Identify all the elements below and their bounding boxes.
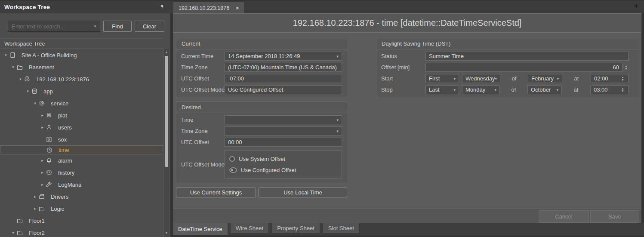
- tree-item-app[interactable]: ▾app: [0, 85, 163, 97]
- use-current-settings-button[interactable]: Use Current Settings: [176, 188, 256, 197]
- tree-item-plat[interactable]: ▸plat: [0, 109, 163, 121]
- tree-item-sox[interactable]: Ssox: [0, 133, 163, 145]
- collapse-arrow-icon[interactable]: ▸: [32, 206, 38, 211]
- dst-start-ordinal-select[interactable]: First ▾: [425, 74, 459, 83]
- desired-time-dropdown[interactable]: ▾: [225, 115, 342, 124]
- close-icon[interactable]: ×: [236, 5, 239, 11]
- dst-group: Daylight Saving Time (DST) Status Summer…: [376, 38, 640, 98]
- tree-item-label: 192.168.10.223:1876: [34, 73, 163, 85]
- tree-item-logmana[interactable]: ▸LogMana: [0, 179, 163, 191]
- drivers-icon: [38, 193, 46, 200]
- dst-start-time-input[interactable]: 02:00 ▲▼: [591, 74, 629, 83]
- tree-item-floor1[interactable]: Floor1: [0, 215, 163, 227]
- spinner-up-down-icon[interactable]: ▲▼: [624, 65, 629, 70]
- collapse-arrow-icon[interactable]: ▸: [39, 170, 46, 175]
- bottom-tab-slot-sheet[interactable]: Slot Sheet: [323, 223, 360, 234]
- scrollbar-thumb[interactable]: [165, 56, 168, 167]
- collapse-arrow-icon[interactable]: ▸: [39, 113, 46, 117]
- folder-icon: [38, 205, 46, 212]
- cancel-button[interactable]: Cancel: [539, 210, 589, 223]
- dst-offset-value: 60: [613, 64, 619, 71]
- tree-item-logic[interactable]: ▸Logic: [0, 203, 163, 215]
- collapse-arrow-icon[interactable]: ▸: [39, 125, 46, 129]
- desired-timezone-row: Time Zone ▾: [181, 126, 342, 135]
- radio-use-system-offset[interactable]: Use System Offset: [229, 154, 337, 164]
- dst-start-month-select[interactable]: February ▾: [528, 74, 562, 83]
- device-icon: [24, 76, 31, 83]
- tree-item-alarm[interactable]: ▸alarm: [0, 154, 163, 166]
- bottom-tab-wire-sheet[interactable]: Wire Sheet: [230, 223, 269, 234]
- folder-icon: [16, 217, 24, 224]
- tree-item-floor2[interactable]: ▾Floor2: [0, 227, 163, 237]
- chevron-down-icon[interactable]: ▾: [90, 24, 100, 28]
- desired-timezone-dropdown[interactable]: ▾: [225, 126, 342, 135]
- tree-item-site-a-office-building[interactable]: ▾Site A - Office Building: [0, 49, 163, 61]
- spinner-up-down-icon[interactable]: ▲▼: [620, 87, 625, 92]
- bottom-tab-property-sheet[interactable]: Property Sheet: [271, 223, 320, 234]
- current-time-value: 14 September 2018 11:26:49: [228, 53, 300, 59]
- folder-icon: [16, 229, 24, 236]
- dst-stop-time-input[interactable]: 03:00 ▲▼: [590, 85, 629, 94]
- search-input-wrapper[interactable]: ▾: [8, 21, 100, 32]
- dst-stop-ordinal-select[interactable]: Last ▾: [425, 85, 459, 94]
- expand-arrow-icon[interactable]: ▾: [10, 231, 16, 235]
- expand-arrow-icon[interactable]: ▾: [25, 89, 31, 93]
- bottom-tab-datetime-service[interactable]: DateTime Service: [173, 223, 228, 235]
- pin-icon[interactable]: [158, 3, 166, 11]
- tree-item-label: LogMana: [55, 179, 163, 191]
- tree-item-label: alarm: [55, 154, 163, 166]
- tree-item-time[interactable]: time: [0, 145, 163, 154]
- desired-utc-offset-label: UTC Offset: [181, 139, 225, 145]
- dst-stop-weekday-select[interactable]: Monday ▾: [462, 85, 500, 94]
- spinner-up-down-icon[interactable]: ▲▼: [620, 76, 625, 81]
- gear-icon: [38, 100, 46, 107]
- save-button[interactable]: Save: [590, 210, 639, 223]
- dst-start-row: Start First ▾ Wednesday ▾ of February ▾ …: [381, 74, 629, 83]
- chip-icon: [46, 112, 53, 119]
- tree-scrollbar[interactable]: ▲ ▼: [163, 49, 169, 237]
- expand-arrow-icon[interactable]: ▾: [10, 65, 16, 69]
- tree-item-history[interactable]: ▸history: [0, 166, 163, 179]
- tree-item-service[interactable]: ▾service: [0, 97, 163, 109]
- desired-utc-offset-mode-row: UTC Offset Mode Use System Offset Use Co…: [181, 150, 342, 179]
- tab-device[interactable]: 192.168.10.223:1876 ×: [173, 2, 244, 14]
- tree-section-title: Workspace Tree: [0, 38, 163, 49]
- scroll-down-icon[interactable]: ▼: [164, 231, 169, 235]
- collapse-arrow-icon[interactable]: ▸: [39, 158, 46, 163]
- dst-stop-month-select[interactable]: October ▾: [527, 85, 562, 94]
- wrench-icon: [46, 181, 53, 188]
- page-icon: [9, 52, 16, 58]
- desired-utc-offset-mode-label: UTC Offset Mode: [181, 161, 225, 168]
- dst-start-weekday-select[interactable]: Wednesday ▾: [462, 74, 500, 83]
- expand-arrow-icon[interactable]: ▾: [32, 101, 38, 105]
- new-tab-button[interactable]: +: [634, 2, 638, 10]
- desired-utc-offset-input[interactable]: 00:00: [225, 138, 342, 147]
- scroll-up-icon[interactable]: ▲: [164, 50, 169, 54]
- tree-item-label: Basement: [26, 61, 163, 73]
- history-icon: [46, 169, 53, 176]
- current-utc-offset-mode-label: UTC Offset Mode: [181, 86, 225, 93]
- radio-icon[interactable]: [229, 156, 235, 162]
- tree-item-label: Floor2: [26, 227, 163, 237]
- tree-item-192-168-10-223-1876[interactable]: ▾192.168.10.223:1876: [0, 73, 163, 85]
- tree-item-users[interactable]: ▸users: [0, 121, 163, 133]
- expand-arrow-icon[interactable]: ▾: [3, 53, 9, 57]
- clear-button[interactable]: Clear: [135, 21, 164, 32]
- dst-stop-month-value: October: [531, 86, 551, 93]
- tree-item-basement[interactable]: ▾Basement: [0, 61, 163, 73]
- chevron-down-icon: ▾: [556, 88, 558, 92]
- current-utc-offset-value: -07:00: [225, 74, 342, 83]
- radio-icon[interactable]: [229, 167, 237, 173]
- search-input[interactable]: [8, 23, 90, 30]
- use-local-time-button[interactable]: Use Local Time: [259, 188, 347, 197]
- current-time-dropdown[interactable]: 14 September 2018 11:26:49 ▾: [225, 52, 342, 61]
- dst-offset-input[interactable]: 60: [425, 63, 622, 72]
- dst-status-label: Status: [381, 53, 425, 59]
- collapse-arrow-icon[interactable]: ▸: [39, 182, 46, 187]
- dst-start-ordinal-value: First: [429, 75, 440, 82]
- find-button[interactable]: Find: [103, 21, 132, 32]
- radio-use-configured-offset[interactable]: Use Configured Offset: [229, 165, 337, 175]
- tree-item-drivers[interactable]: ▸Drivers: [0, 191, 163, 203]
- expand-arrow-icon[interactable]: ▾: [17, 77, 24, 81]
- collapse-arrow-icon[interactable]: ▸: [32, 194, 38, 199]
